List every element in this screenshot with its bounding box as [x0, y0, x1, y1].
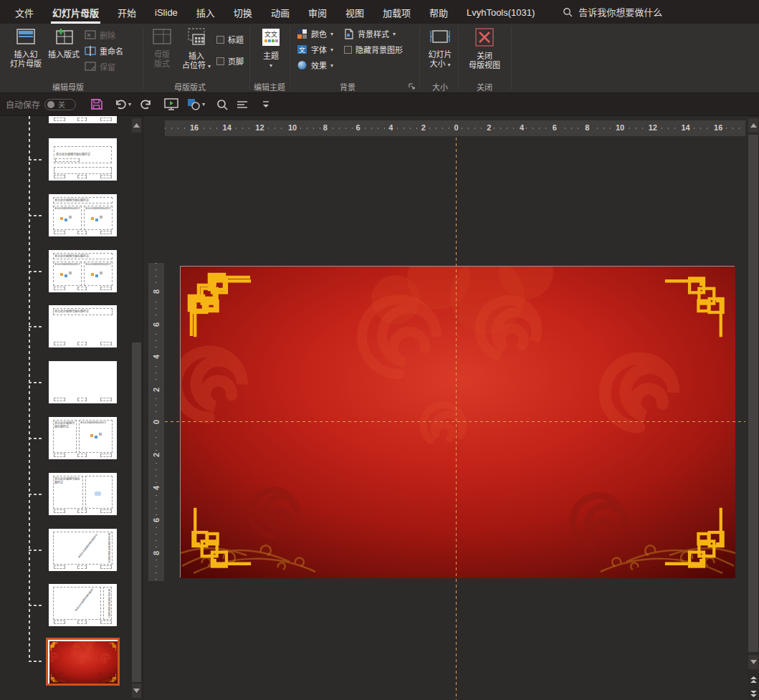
tell-me-label: 告诉我你想要做什么 [578, 5, 662, 19]
shapes-icon [187, 98, 201, 110]
scrollbar-thumb[interactable] [132, 342, 141, 682]
redo-icon [140, 99, 153, 110]
slide-thumbnail-3[interactable]: 单击此处编辑母版标题样式单击此处编辑母版标题样式单击此处编辑母版标题样式 [49, 194, 117, 236]
save-icon [90, 98, 102, 110]
theme-fonts-button[interactable]: 文 字体▾ [297, 44, 333, 55]
vertical-guide[interactable] [456, 138, 457, 700]
shape-format-button[interactable]: ▾ [183, 95, 209, 114]
chevron-down-icon: ▾ [330, 62, 333, 69]
insert-slide-master-button[interactable]: 插入幻 灯片母版 [6, 26, 46, 69]
scroll-down-button[interactable] [748, 655, 758, 669]
menu-tab-开始[interactable]: 开始 [116, 0, 138, 24]
checkbox-icon [344, 46, 352, 54]
slide-thumbnail-11-selected[interactable] [46, 638, 120, 686]
paragraph-button[interactable] [232, 95, 252, 114]
ruler-tick-label: 4 [151, 353, 162, 361]
rename-icon [85, 46, 96, 56]
autosave-state: 关 [58, 99, 65, 110]
title-checkbox[interactable]: 标题 [216, 34, 244, 45]
start-slideshow-button[interactable] [160, 95, 183, 114]
scroll-up-button[interactable] [748, 118, 758, 133]
theme-effects-button[interactable]: 效果▾ [297, 59, 333, 71]
menu-tab-插入[interactable]: 插入 [195, 0, 216, 24]
vertical-ruler: 864202468 [148, 263, 164, 581]
dialog-launcher-icon[interactable] [409, 83, 416, 90]
menu-tab-幻灯片母版[interactable]: 幻灯片母版 [51, 0, 100, 24]
group-label-master-layout: 母版版式 [151, 81, 229, 92]
ruler-tick-label: 6 [550, 123, 559, 133]
slide-thumbnail-4[interactable]: 单击此处编辑母版标题样式单击此处编辑母版标题样式单击此处编辑母版标题样式 [49, 250, 117, 292]
ruler-tick-label: 10 [614, 123, 626, 133]
chevron-down-icon: ▾ [330, 47, 333, 53]
ruler-tick-label: 16 [188, 123, 201, 133]
find-button[interactable] [212, 95, 232, 114]
scroll-down-button[interactable] [132, 684, 141, 698]
slide-size-icon [429, 28, 451, 47]
insert-layout-button[interactable]: 插入版式 [46, 26, 82, 59]
hide-background-graphics-checkbox[interactable]: 隐藏背景图形 [344, 44, 403, 55]
ribbon: 插入幻 灯片母版 插入版式 删除 重命名 保留 编辑母版 母版 版式 插入 占位… [0, 24, 759, 93]
menu-tab-文件[interactable]: 文件 [14, 0, 35, 24]
background-styles-button[interactable]: 背景样式▾ [344, 28, 396, 39]
scroll-up-button[interactable] [132, 118, 141, 133]
insert-layout-icon [54, 28, 74, 47]
insert-slide-master-label: 插入幻 [14, 50, 38, 59]
main-scrollbar[interactable] [748, 116, 759, 700]
horizontal-guide[interactable] [165, 421, 745, 422]
work-area: 单击此处编辑母版标题样式单击此处编辑母版标题样式单击此处编辑母版标题样式单击此处… [0, 116, 759, 700]
layout-tree-line [29, 116, 30, 661]
slide-thumbnail-10[interactable]: 单击此处编辑母版标题样式单击此处编辑母版标题样式 [49, 584, 117, 626]
next-slide-button[interactable] [748, 686, 758, 700]
menu-tab-iSlide[interactable]: iSlide [153, 1, 179, 22]
triangle-down-icon [750, 660, 757, 664]
menu-tab-帮助[interactable]: 帮助 [428, 0, 449, 24]
slide-thumbnail-8[interactable]: 单击此处编辑母版标题样式 [49, 473, 117, 515]
redo-button[interactable] [135, 95, 157, 114]
group-label-close: 关闭 [462, 81, 507, 92]
menu-tab-切换[interactable]: 切换 [232, 0, 254, 24]
layout-tree-stub [29, 271, 42, 272]
ruler-tick-label: 8 [583, 123, 591, 133]
ruler-tick-label: 4 [517, 123, 526, 133]
tell-me-search[interactable]: 告诉我你想要做什么 [563, 5, 662, 19]
slide-thumbnail-9[interactable]: 单击此处编辑母版标题样式单击此处编辑母版标题样式 [49, 529, 117, 571]
slide-thumbnail-2[interactable]: 单击此处编辑母版标题样式 [49, 138, 117, 181]
slide-thumbnail-5[interactable]: 单击此处编辑母版标题样式 [49, 305, 117, 347]
slide-thumbnail-7[interactable]: 单击此处编辑母版标题样式单击此处编辑母版标题样式 [49, 417, 117, 459]
ruler-tick-label: 2 [151, 451, 162, 459]
thumbnail-scrollbar[interactable] [131, 116, 142, 700]
previous-slide-button[interactable] [748, 672, 758, 686]
footer-checkbox[interactable]: 页脚 [216, 55, 244, 67]
theme-colors-button[interactable]: 颜色▾ [297, 28, 333, 39]
search-icon [563, 7, 573, 17]
chevron-down-icon: ▾ [448, 62, 451, 68]
ruler-tick-label: 0 [452, 123, 461, 133]
menu-tab-加载项[interactable]: 加载项 [381, 0, 412, 24]
undo-button[interactable]: ▾ [110, 95, 135, 114]
rename-button[interactable]: 重命名 [85, 45, 123, 57]
chevron-down-icon: ▾ [202, 101, 205, 107]
menu-tab-LvyhTools(1031)[interactable]: LvyhTools(1031) [465, 1, 536, 22]
autosave-toggle[interactable]: 关 [44, 99, 76, 110]
group-label-edit-theme: 编辑主题 [249, 81, 290, 92]
insert-placeholder-button[interactable]: 插入 占位符 ▾ [179, 26, 214, 71]
menu-tab-动画[interactable]: 动画 [269, 0, 291, 24]
layout-tree-stub [29, 494, 42, 495]
background-styles-icon [344, 29, 354, 39]
scrollbar-thumb[interactable] [748, 135, 758, 652]
double-chevron-down-icon [750, 690, 758, 698]
menu-tab-审阅[interactable]: 审阅 [307, 0, 328, 24]
palette-icon [297, 29, 307, 39]
save-button[interactable] [86, 95, 107, 114]
preserve-button: 保留 [85, 61, 115, 72]
preserve-icon [85, 62, 96, 72]
slide-thumbnail-1[interactable] [49, 116, 117, 123]
menu-tab-视图[interactable]: 视图 [344, 0, 366, 24]
themes-button[interactable]: 文文 主题 ▾ [254, 26, 288, 70]
more-commands-button[interactable] [258, 95, 274, 114]
close-master-view-button[interactable]: 关闭 母版视图 [462, 26, 507, 70]
ruler-tick-label: 8 [151, 287, 162, 296]
layout-tree-stub [29, 661, 42, 662]
slide-size-button[interactable]: 幻灯片 大小 ▾ [423, 26, 457, 69]
slide-thumbnail-6[interactable] [49, 361, 117, 403]
